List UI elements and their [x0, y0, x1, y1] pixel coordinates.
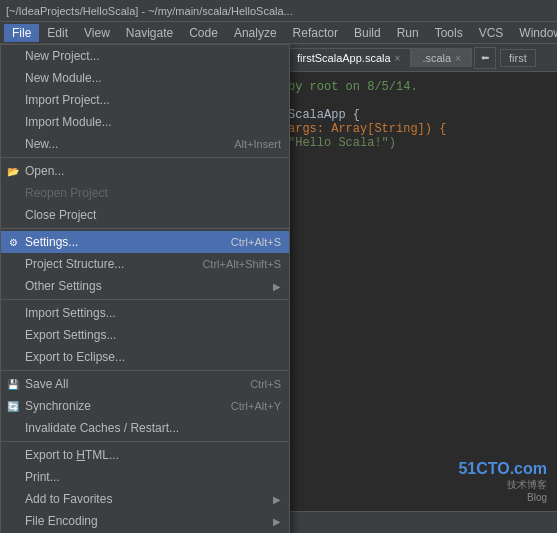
- separator-2: [1, 228, 289, 229]
- menu-import-module[interactable]: Import Module...: [1, 111, 289, 133]
- title-bar: [~/IdeaProjects/HelloScala] - ~/my/main/…: [0, 0, 557, 22]
- menu-close-project[interactable]: Close Project: [1, 204, 289, 226]
- separator-4: [1, 370, 289, 371]
- menu-refactor[interactable]: Refactor: [285, 24, 346, 42]
- menu-open[interactable]: 📂 Open...: [1, 160, 289, 182]
- code-line-4: args: Array[String]) {: [288, 122, 549, 136]
- menu-window[interactable]: Window: [511, 24, 557, 42]
- menu-other-settings[interactable]: Other Settings ▶: [1, 275, 289, 297]
- title-text: [~/IdeaProjects/HelloScala] - ~/my/main/…: [6, 5, 293, 17]
- menu-file-encoding[interactable]: File Encoding ▶: [1, 510, 289, 532]
- tab-close-icon-2[interactable]: ×: [455, 53, 461, 64]
- menu-new[interactable]: New... Alt+Insert: [1, 133, 289, 155]
- menu-code[interactable]: Code: [181, 24, 226, 42]
- encoding-arrow: ▶: [273, 516, 281, 527]
- menu-build[interactable]: Build: [346, 24, 389, 42]
- menu-import-settings[interactable]: Import Settings...: [1, 302, 289, 324]
- menu-export-html[interactable]: Export to HTML...: [1, 444, 289, 466]
- menu-synchronize[interactable]: 🔄 Synchronize Ctrl+Alt+Y: [1, 395, 289, 417]
- watermark: 51CTO.com 技术博客 Blog: [458, 460, 547, 503]
- menu-invalidate-caches[interactable]: Invalidate Caches / Restart...: [1, 417, 289, 439]
- code-line-3: ScalaApp {: [288, 108, 549, 122]
- code-line-5: "Hello Scala!"): [288, 136, 549, 150]
- tab-scala[interactable]: .scala ×: [411, 48, 472, 67]
- menu-settings[interactable]: ⚙ Settings... Ctrl+Alt+S: [1, 231, 289, 253]
- file-dropdown-menu: New Project... New Module... Import Proj…: [0, 44, 290, 533]
- watermark-sub1: 技术博客: [458, 478, 547, 492]
- menu-analyze[interactable]: Analyze: [226, 24, 285, 42]
- menu-reopen-project: Reopen Project: [1, 182, 289, 204]
- watermark-main: 51CTO.com: [458, 460, 547, 478]
- menu-tools[interactable]: Tools: [427, 24, 471, 42]
- code-line-2: [288, 94, 549, 108]
- separator-5: [1, 441, 289, 442]
- menu-new-module[interactable]: New Module...: [1, 67, 289, 89]
- first-label: first: [500, 49, 536, 67]
- settings-icon: ⚙: [5, 234, 21, 250]
- menu-project-structure[interactable]: Project Structure... Ctrl+Alt+Shift+S: [1, 253, 289, 275]
- menu-edit[interactable]: Edit: [39, 24, 76, 42]
- menu-export-eclipse[interactable]: Export to Eclipse...: [1, 346, 289, 368]
- tab-first-scala[interactable]: firstScalaApp.scala ×: [286, 48, 411, 67]
- sync-icon: 🔄: [5, 398, 21, 414]
- save-icon: 💾: [5, 376, 21, 392]
- favorites-arrow: ▶: [273, 494, 281, 505]
- menu-print[interactable]: Print...: [1, 466, 289, 488]
- menu-vcs[interactable]: VCS: [471, 24, 512, 42]
- tab-label-2: .scala: [422, 52, 451, 64]
- menu-file[interactable]: File: [4, 24, 39, 42]
- code-line-1: by root on 8/5/14.: [288, 80, 549, 94]
- tab-nav-back[interactable]: ⬅: [474, 47, 496, 69]
- menu-new-project[interactable]: New Project...: [1, 45, 289, 67]
- watermark-sub2: Blog: [458, 492, 547, 503]
- folder-icon: 📂: [5, 163, 21, 179]
- menu-save-all[interactable]: 💾 Save All Ctrl+S: [1, 373, 289, 395]
- separator-3: [1, 299, 289, 300]
- menu-import-project[interactable]: Import Project...: [1, 89, 289, 111]
- menu-run[interactable]: Run: [389, 24, 427, 42]
- menu-export-settings[interactable]: Export Settings...: [1, 324, 289, 346]
- menu-add-favorites[interactable]: Add to Favorites ▶: [1, 488, 289, 510]
- menu-bar: File Edit View Navigate Code Analyze Ref…: [0, 22, 557, 44]
- menu-view[interactable]: View: [76, 24, 118, 42]
- separator-1: [1, 157, 289, 158]
- tab-close-icon[interactable]: ×: [395, 53, 401, 64]
- menu-navigate[interactable]: Navigate: [118, 24, 181, 42]
- tab-label: firstScalaApp.scala: [297, 52, 391, 64]
- other-settings-arrow: ▶: [273, 281, 281, 292]
